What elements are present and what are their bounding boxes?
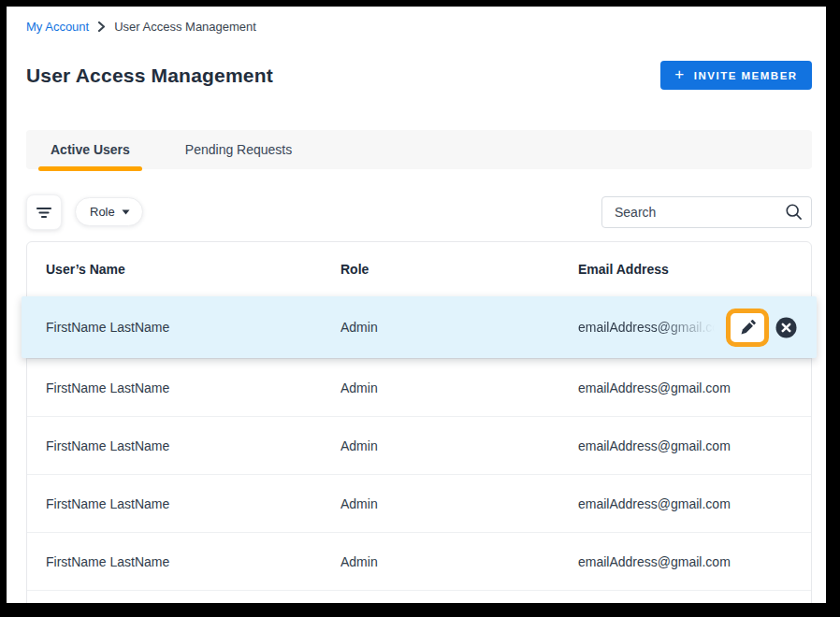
invite-member-button[interactable]: + INVITE MEMBER — [660, 61, 812, 90]
table-row[interactable]: FirstName LastName Admin emailAddress@gm… — [27, 532, 811, 590]
table-body: FirstName LastName Admin emailAddress@gm… — [27, 358, 811, 603]
tab-bar: Active Users Pending Requests — [26, 130, 812, 169]
email-cell: emailAddress@gmail.com — [578, 320, 720, 335]
screenshot-frame: My Account User Access Management User A… — [0, 0, 840, 617]
page-content: My Account User Access Management User A… — [26, 7, 812, 603]
email-cell: emailAddress@gmail.com — [578, 496, 811, 511]
role-cell: Admin — [340, 320, 578, 335]
circle-x-icon — [775, 317, 797, 338]
title-row: User Access Management + INVITE MEMBER — [26, 61, 812, 90]
role-cell: Admin — [340, 380, 578, 395]
user-name-cell: FirstName LastName — [46, 320, 340, 335]
caret-down-icon — [122, 209, 130, 215]
column-header-users-name: User’s Name — [46, 262, 340, 277]
email-cell: emailAddress@gmail.com — [578, 380, 811, 395]
tab-pending-requests[interactable]: Pending Requests — [173, 130, 304, 169]
role-dropdown[interactable]: Role — [75, 197, 143, 226]
breadcrumb: My Account User Access Management — [26, 20, 256, 34]
tab-pending-requests-label: Pending Requests — [185, 142, 292, 157]
search-input[interactable] — [601, 196, 812, 228]
users-table: User’s Name Role Email Address FirstName… — [26, 241, 812, 603]
filter-button[interactable] — [26, 194, 62, 230]
table-row-selected[interactable]: FirstName LastName Admin emailAddress@gm… — [22, 296, 817, 358]
tab-active-users[interactable]: Active Users — [38, 130, 142, 169]
page-title: User Access Management — [26, 65, 273, 87]
search-box — [601, 196, 812, 228]
chevron-right-icon — [97, 22, 106, 32]
plus-icon: + — [674, 66, 685, 82]
pencil-edit-icon — [739, 319, 757, 337]
table-row[interactable]: FirstName LastName Admin emailAddress@gm… — [27, 474, 811, 532]
row-actions — [726, 296, 797, 358]
role-cell: Admin — [340, 496, 578, 511]
invite-member-label: INVITE MEMBER — [694, 70, 798, 81]
user-name-cell: FirstName LastName — [46, 438, 340, 453]
edit-button-highlighted[interactable] — [726, 308, 769, 347]
app-window: My Account User Access Management User A… — [7, 7, 826, 603]
table-row[interactable]: FirstName LastName Admin emailAddress@gm… — [27, 416, 811, 474]
role-dropdown-label: Role — [90, 205, 115, 219]
table-row[interactable]: FirstName LastName Admin emailAddress@gm… — [27, 358, 811, 416]
column-header-role: Role — [340, 262, 578, 277]
tab-active-users-label: Active Users — [51, 142, 130, 157]
user-name-cell: FirstName LastName — [46, 380, 340, 395]
email-cell: emailAddress@gmail.com — [578, 438, 811, 453]
user-name-cell: FirstName LastName — [46, 554, 340, 569]
breadcrumb-link-my-account[interactable]: My Account — [26, 20, 89, 34]
role-cell: Admin — [340, 554, 578, 569]
breadcrumb-current: User Access Management — [114, 20, 256, 34]
remove-user-button[interactable] — [775, 317, 797, 338]
column-header-email: Email Address — [578, 262, 811, 277]
table-header-row: User’s Name Role Email Address — [27, 242, 811, 296]
filter-row: Role — [26, 194, 812, 230]
email-cell: emailAddress@gmail.com — [578, 554, 811, 569]
role-cell: Admin — [340, 438, 578, 453]
filter-list-icon — [36, 206, 52, 219]
active-tab-underline — [38, 166, 142, 171]
table-row[interactable]: FirstName LastName Admin emailAddress@gm… — [27, 590, 811, 603]
user-name-cell: FirstName LastName — [46, 496, 340, 511]
